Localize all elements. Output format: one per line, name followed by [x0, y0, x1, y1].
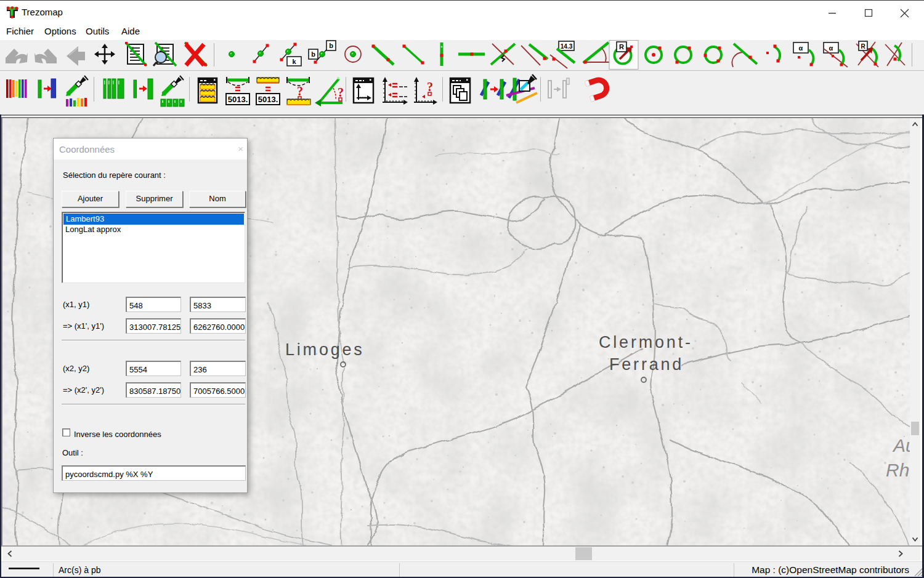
svg-text:Rh: Rh: [886, 460, 909, 480]
svg-text:5013.: 5013.: [258, 95, 278, 104]
svg-text:?: ?: [297, 84, 303, 98]
svg-text:14.3: 14.3: [561, 43, 573, 50]
svg-text:α: α: [829, 44, 833, 52]
svg-text:R: R: [619, 43, 624, 50]
svg-text:Limoges: Limoges: [285, 340, 365, 359]
svg-text:Ferrand: Ferrand: [609, 355, 684, 374]
svg-text:b: b: [311, 50, 315, 58]
svg-text:b: b: [329, 42, 333, 49]
svg-text:R: R: [861, 43, 865, 50]
svg-text:α: α: [799, 44, 803, 52]
svg-text:Au: Au: [892, 435, 910, 456]
svg-text:?: ?: [338, 86, 344, 99]
svg-text:k: k: [292, 58, 296, 65]
svg-text:Clermont-: Clermont-: [599, 333, 693, 351]
svg-text:5013.: 5013.: [228, 95, 248, 104]
svg-text:?: ?: [427, 80, 433, 94]
